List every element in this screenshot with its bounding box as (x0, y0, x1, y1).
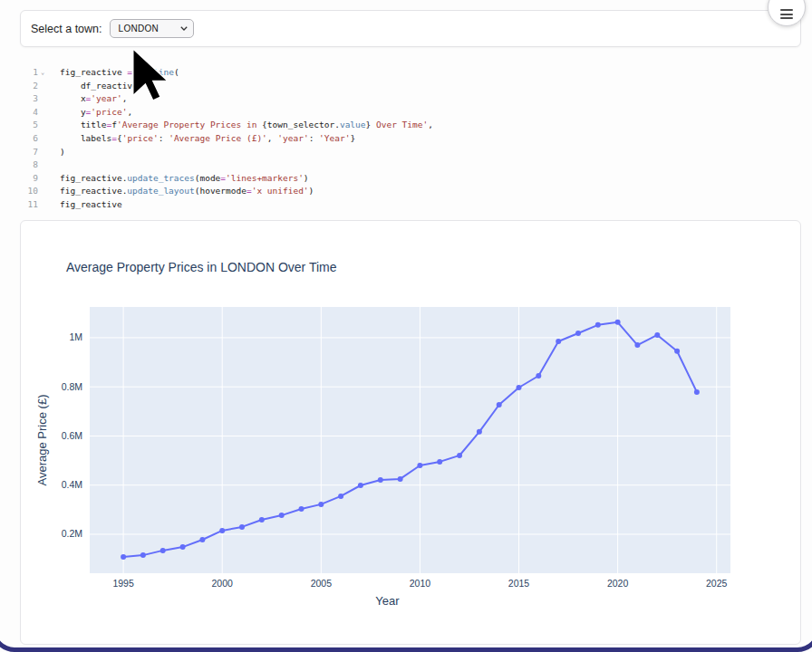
code-line-text: x='year', (58, 92, 127, 106)
data-point-marker (694, 389, 700, 395)
data-point-marker (259, 517, 265, 523)
code-token-plain: ) (309, 186, 314, 196)
code-line: 7) (20, 146, 801, 159)
data-point-marker (595, 322, 601, 328)
data-point-marker (437, 459, 442, 465)
code-line-text: df_reactive, (58, 80, 143, 93)
data-point-marker (575, 331, 581, 336)
data-point-marker (279, 513, 285, 518)
data-point-marker (556, 339, 561, 344)
town-selector-card: Select a town: LONDON (20, 10, 801, 47)
data-point-marker (239, 524, 245, 530)
gutter-spacer (38, 92, 58, 106)
code-token-plain: px. (132, 67, 153, 77)
town-select[interactable]: LONDON (110, 19, 194, 38)
x-axis-title: Year (375, 594, 400, 608)
plotly-figure[interactable]: Average Property Prices in LONDON Over T… (21, 221, 800, 644)
y-axis-title: Average Price (£) (35, 395, 49, 486)
chart-svg: Average Property Prices in LONDON Over T… (21, 221, 800, 644)
code-line: 2 df_reactive, (20, 80, 801, 93)
code-token-plain: fig_reactive (60, 67, 127, 77)
line-number: 2 (20, 80, 38, 93)
code-line: 4 y='price', (20, 106, 801, 120)
data-point-marker (517, 385, 522, 390)
data-point-marker (121, 554, 126, 560)
gutter-spacer (38, 198, 58, 212)
code-line: 1⌄fig_reactive = px.line( (20, 66, 801, 80)
data-point-marker (318, 502, 324, 507)
data-point-marker (457, 453, 462, 458)
code-line-text: fig_reactive (58, 198, 122, 212)
code-line: 3 x='year', (20, 92, 801, 106)
y-tick-label: 0.4M (62, 479, 82, 490)
data-point-marker (378, 477, 383, 483)
x-tick-label: 2025 (706, 578, 728, 589)
code-token-plain: ) (304, 173, 309, 183)
chart-card: Average Property Prices in LONDON Over T… (20, 220, 801, 645)
gutter-spacer (38, 146, 58, 159)
code-token-plain: fig_reactive. (60, 186, 127, 196)
code-line: 10fig_reactive.update_layout(hovermode='… (20, 185, 801, 198)
code-token-plain: : (309, 133, 319, 143)
gutter-spacer (38, 172, 58, 186)
line-number: 9 (20, 172, 38, 186)
x-tick-label: 2010 (410, 578, 431, 589)
y-tick-label: 0.6M (62, 430, 82, 441)
code-token-string: 'price' (91, 107, 127, 117)
code-token-string: Over Time' (371, 120, 428, 129)
line-number: 6 (20, 132, 38, 146)
data-point-marker (299, 506, 304, 512)
code-line-text: y='price', (58, 106, 132, 120)
data-point-marker (199, 537, 205, 542)
code-token-string: 'lines+markers' (226, 173, 304, 183)
fold-toggle-icon[interactable]: ⌄ (38, 66, 58, 80)
gutter-spacer (38, 132, 58, 146)
gutter-spacer (38, 185, 58, 198)
code-token-function: line (153, 67, 174, 77)
code-token-function: update_layout (127, 186, 194, 196)
code-token-string: 'Year' (319, 133, 350, 143)
code-token-plain: fig_reactive (60, 199, 122, 209)
data-point-marker (180, 544, 186, 550)
code-line-text: title=f'Average Property Prices in {town… (58, 119, 433, 132)
data-point-marker (497, 402, 502, 408)
code-line-text: fig_reactive.update_layout(hovermode='x … (58, 185, 314, 198)
y-tick-label: 0.8M (62, 381, 82, 392)
code-line-text: labels={'price': 'Average Price (£)', 'y… (58, 132, 355, 146)
code-token-plain: x (60, 93, 86, 103)
data-point-marker (160, 548, 166, 553)
code-token-plain: title (60, 120, 106, 129)
code-token-plain: {town_selector. (262, 120, 340, 129)
code-token-plain: fig_reactive. (60, 173, 127, 183)
code-editor[interactable]: 1⌄fig_reactive = px.line(2 df_reactive,3… (20, 66, 801, 212)
line-number: 1 (20, 66, 38, 80)
line-number: 11 (20, 198, 38, 212)
data-point-marker (654, 332, 660, 338)
gutter-spacer (38, 106, 58, 120)
code-token-plain: , (127, 107, 132, 117)
chevron-down-icon (180, 26, 188, 31)
line-number: 4 (20, 106, 38, 120)
code-line: 6 labels={'price': 'Average Price (£)', … (20, 132, 801, 146)
line-number: 10 (20, 185, 38, 198)
code-line: 8 (20, 158, 801, 172)
code-line-text (58, 158, 60, 172)
data-point-marker (477, 429, 482, 435)
code-token-plain: ) (60, 147, 65, 157)
code-token-plain: labels (60, 133, 111, 143)
line-number: 8 (20, 158, 38, 172)
town-select-label: Select a town: (31, 23, 102, 35)
gutter-spacer (38, 119, 58, 132)
data-point-marker (417, 463, 422, 468)
data-point-marker (536, 373, 541, 379)
code-token-function: update_traces (127, 173, 194, 183)
data-point-marker (615, 320, 621, 325)
code-token-string: 'year' (277, 133, 308, 143)
data-point-marker (338, 494, 343, 499)
code-line-text: fig_reactive = px.line( (58, 66, 179, 80)
line-number: 3 (20, 92, 38, 106)
code-token-string: 'year' (91, 93, 121, 103)
code-line: 5 title=f'Average Property Prices in {to… (20, 119, 801, 132)
code-token-plain: , (428, 120, 433, 129)
data-point-marker (358, 483, 363, 488)
